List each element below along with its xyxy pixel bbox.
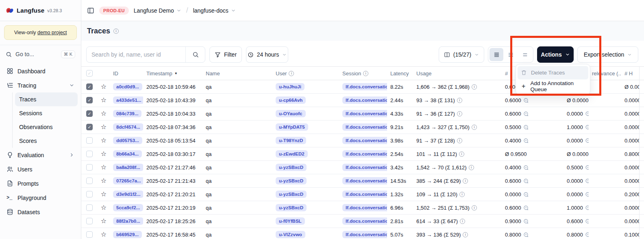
sidebar-item-sessions[interactable]: Sessions: [15, 106, 78, 120]
sidebar-item-evaluation[interactable]: Evaluation: [3, 148, 78, 162]
user-badge[interactable]: u-cp66Avh: [276, 96, 306, 104]
row-checkbox[interactable]: ✓: [86, 124, 93, 130]
goto-search[interactable]: Go to... ⌘ K: [0, 45, 81, 63]
bookmark-star-icon[interactable]: ☆: [101, 164, 107, 171]
bookmark-star-icon[interactable]: ☆: [101, 231, 107, 238]
bookmark-star-icon[interactable]: ☆: [101, 137, 107, 144]
row-checkbox[interactable]: ✓: [86, 191, 93, 197]
trace-id-badge[interactable]: 07265c7a...: [113, 177, 143, 184]
table-row[interactable]: ✓ ☆ b669529... 2025-02-17 16:58:45 qa u-…: [81, 228, 644, 239]
row-checkbox[interactable]: ✓: [86, 110, 93, 117]
table-row[interactable]: ✓ ☆ 88f2a7b0... 2025-02-17 18:25:26 qa u…: [81, 215, 644, 228]
user-badge[interactable]: u-VIZzvwo: [276, 231, 305, 238]
bookmark-star-icon[interactable]: ☆: [101, 204, 107, 211]
trace-id-badge[interactable]: 8b66a34...: [113, 150, 142, 158]
user-badge[interactable]: u-f0YfBSL: [276, 217, 305, 225]
table-row[interactable]: ✓ ☆ a433de51... 2025-02-18 10:43:39 qa u…: [81, 94, 644, 107]
trace-id-badge[interactable]: ba8a208f...: [113, 164, 143, 171]
row-checkbox[interactable]: ✓: [86, 151, 93, 157]
bookmark-star-icon[interactable]: ☆: [101, 151, 107, 157]
sidebar-item-prompts[interactable]: Prompts: [3, 176, 78, 191]
menu-item-delete-traces[interactable]: Delete Traces: [518, 66, 588, 79]
user-badge[interactable]: u-MYpDAT5: [276, 123, 308, 131]
row-checkbox[interactable]: ✓: [86, 97, 93, 103]
row-checkbox[interactable]: ✓: [86, 231, 93, 238]
user-badge[interactable]: u-yzSBxcD: [276, 177, 307, 184]
trace-id-badge[interactable]: 084c739...: [113, 110, 141, 117]
user-badge[interactable]: u-zEwdED2: [276, 150, 308, 158]
sidebar-item-tracing[interactable]: Tracing: [3, 78, 78, 92]
session-badge[interactable]: lf.docs.conversation...: [342, 231, 387, 238]
org-switcher[interactable]: Langfuse Demo: [134, 7, 181, 14]
select-all-checkbox[interactable]: ✓: [86, 70, 93, 77]
bookmark-star-icon[interactable]: ☆: [101, 218, 107, 224]
panel-left-icon[interactable]: [87, 7, 94, 14]
session-badge[interactable]: lf.docs.conversation...: [342, 83, 387, 90]
session-badge[interactable]: lf.docs.conversation...: [342, 96, 387, 104]
column-visibility-button[interactable]: (15/27): [439, 46, 484, 63]
row-checkbox[interactable]: ✓: [86, 137, 93, 144]
user-badge[interactable]: u-huJhuJi: [276, 83, 305, 90]
table-row[interactable]: ✓ ☆ 8dcf4574... 2025-02-18 07:34:36 qa u…: [81, 121, 644, 134]
bookmark-star-icon[interactable]: ☆: [101, 191, 107, 197]
time-range-button[interactable]: 24 hours: [246, 46, 288, 63]
sidebar-item-traces[interactable]: Traces: [15, 92, 78, 106]
session-badge[interactable]: lf.docs.conversation...: [342, 217, 387, 225]
row-height-large-button[interactable]: [518, 48, 532, 61]
header-user[interactable]: Useri: [272, 70, 339, 77]
user-badge[interactable]: u-yzSBxcD: [276, 164, 307, 171]
sidebar-item-playground[interactable]: >_ Playground: [3, 191, 78, 205]
trace-id-badge[interactable]: a0cd0d9...: [113, 83, 142, 90]
menu-item-add-to-annotation-queue[interactable]: + Add to Annotation Queue: [518, 79, 588, 93]
filter-button[interactable]: Filter: [209, 46, 242, 63]
sidebar-item-scores[interactable]: Scores: [15, 134, 78, 148]
bookmark-star-icon[interactable]: ☆: [101, 83, 107, 90]
table-row[interactable]: ✓ ☆ 084c739... 2025-02-18 10:04:33 qa u-…: [81, 107, 644, 121]
search-input[interactable]: [87, 51, 185, 58]
table-row[interactable]: ✓ ☆ ba8a208f... 2025-02-17 21:27:46 qa u…: [81, 161, 644, 174]
header-hash[interactable]: # H: [621, 70, 639, 77]
actions-button[interactable]: Actions: [537, 46, 574, 63]
trace-id-badge[interactable]: d3e9d1f2...: [113, 191, 143, 198]
table-row[interactable]: ✓ ☆ dd05753... 2025-02-18 05:13:54 qa u-…: [81, 134, 644, 147]
header-id[interactable]: ID: [110, 70, 143, 77]
export-selection-button[interactable]: Export selection: [577, 46, 638, 63]
table-row[interactable]: ✓ ☆ 8b66a34... 2025-02-18 03:30:17 qa u-…: [81, 147, 644, 161]
search-submit-button[interactable]: [185, 47, 205, 62]
header-session[interactable]: Sessioni: [339, 70, 387, 77]
session-badge[interactable]: lf.docs.conversation...: [342, 177, 387, 184]
trace-id-badge[interactable]: dd05753...: [113, 137, 142, 144]
session-badge[interactable]: lf.docs.conversation...: [342, 123, 387, 131]
session-badge[interactable]: lf.docs.conversation...: [342, 204, 387, 211]
row-checkbox[interactable]: ✓: [86, 204, 93, 211]
sidebar-item-dashboard[interactable]: Dashboard: [3, 64, 78, 78]
trace-id-badge[interactable]: 5cca9cf2...: [113, 204, 143, 211]
session-badge[interactable]: lf.docs.conversation...: [342, 150, 387, 158]
user-badge[interactable]: u-T98YnzD: [276, 137, 306, 144]
trace-id-badge[interactable]: b669529...: [113, 231, 142, 238]
bookmark-star-icon[interactable]: ☆: [101, 110, 107, 117]
session-badge[interactable]: lf.docs.conversation...: [342, 191, 387, 198]
bookmark-star-icon[interactable]: ☆: [101, 124, 107, 130]
sidebar-item-observations[interactable]: Observations: [15, 120, 78, 134]
sidebar-item-datasets[interactable]: Datasets: [3, 205, 78, 219]
bookmark-star-icon[interactable]: ☆: [101, 97, 107, 103]
header-timestamp[interactable]: Timestamp▼: [143, 70, 202, 77]
user-badge[interactable]: u-yzSBxcD: [276, 204, 307, 211]
project-switcher[interactable]: langfuse-docs: [193, 7, 236, 14]
session-badge[interactable]: lf.docs.conversation...: [342, 164, 387, 171]
table-row[interactable]: ✓ ☆ d3e9d1f2... 2025-02-17 21:20:21 qa u…: [81, 188, 644, 201]
trace-id-badge[interactable]: a433de51...: [113, 96, 143, 104]
row-checkbox[interactable]: ✓: [86, 178, 93, 184]
demo-project-link[interactable]: demo project: [37, 30, 67, 35]
row-checkbox[interactable]: ✓: [86, 218, 93, 224]
row-height-medium-button[interactable]: [504, 48, 518, 61]
trace-id-badge[interactable]: 8dcf4574...: [113, 123, 143, 131]
header-latency[interactable]: Latency: [387, 70, 413, 77]
user-badge[interactable]: u-OYauofc: [276, 110, 306, 117]
header-relevance[interactable]: relevance (...: [589, 70, 621, 77]
session-badge[interactable]: lf.docs.conversation...: [342, 137, 387, 144]
row-checkbox[interactable]: ✓: [86, 83, 93, 90]
bookmark-star-icon[interactable]: ☆: [101, 178, 107, 184]
user-badge[interactable]: u-yzSBxcD: [276, 191, 307, 198]
